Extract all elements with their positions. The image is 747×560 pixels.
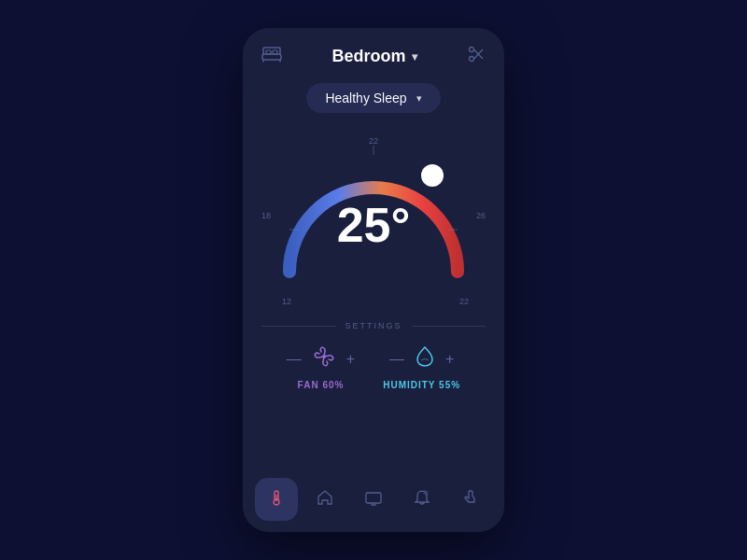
bottom-nav [243,469,504,532]
bed-icon [261,46,282,67]
thermostat[interactable]: 22 18 26 12 22 25° [243,127,504,314]
tick-top: 22 [369,136,378,146]
bell-icon [413,488,431,511]
fan-minus-button[interactable]: — [287,351,302,368]
humidity-buttons: — + [389,345,454,372]
svg-rect-16 [366,493,381,503]
svg-point-19 [424,490,429,495]
tv-icon [364,488,383,511]
svg-point-4 [469,57,473,62]
touch-icon [461,488,480,511]
header: Bedroom ▾ [243,28,504,77]
nav-light[interactable] [401,478,444,521]
mode-label: Healthy Sleep [325,91,406,105]
nav-home[interactable] [303,478,346,521]
svg-rect-0 [262,54,281,60]
mode-chevron: ▾ [416,92,422,105]
controls-row: — + FAN 60% — [243,338,504,398]
room-chevron: ▾ [412,50,417,63]
temperature-display: 25° [337,201,411,249]
divider-line-right [412,326,486,327]
scissors-icon[interactable] [467,45,486,68]
tick-right: 26 [476,211,486,220]
room-name: Bedroom [331,47,405,66]
fan-control: — + FAN 60% [287,345,355,390]
nav-tv[interactable] [352,478,395,521]
temperature-value: 25° [337,198,411,252]
room-title[interactable]: Bedroom ▾ [331,47,416,66]
tick-bottom-left: 12 [282,297,291,306]
phone-card: Bedroom ▾ Healthy Sleep ▾ [243,28,504,532]
thermometer-icon [267,488,286,511]
svg-point-3 [469,48,473,52]
fan-label: FAN 60% [298,380,345,390]
divider-line-left [261,326,336,327]
humidity-minus-button[interactable]: — [389,351,404,368]
humidity-icon [416,345,434,372]
nav-touch[interactable] [449,478,492,521]
humidity-label: HUMIDITY 55% [383,380,460,390]
humidity-plus-button[interactable]: + [445,351,454,368]
nav-temperature[interactable] [255,478,298,521]
home-icon [316,488,334,511]
tick-bottom-right: 22 [459,297,469,306]
svg-point-11 [425,168,440,183]
svg-rect-2 [273,50,277,54]
fan-plus-button[interactable]: + [346,351,355,368]
svg-point-12 [322,355,326,358]
settings-label: SETTINGS [345,321,402,330]
humidity-control: — + HUMIDITY 55% [383,345,460,390]
svg-rect-1 [266,50,271,54]
mode-selector[interactable]: Healthy Sleep ▾ [306,83,440,113]
fan-icon [313,345,335,372]
tick-left: 18 [261,211,271,220]
fan-buttons: — + [287,345,355,372]
settings-divider: SETTINGS [243,321,504,330]
